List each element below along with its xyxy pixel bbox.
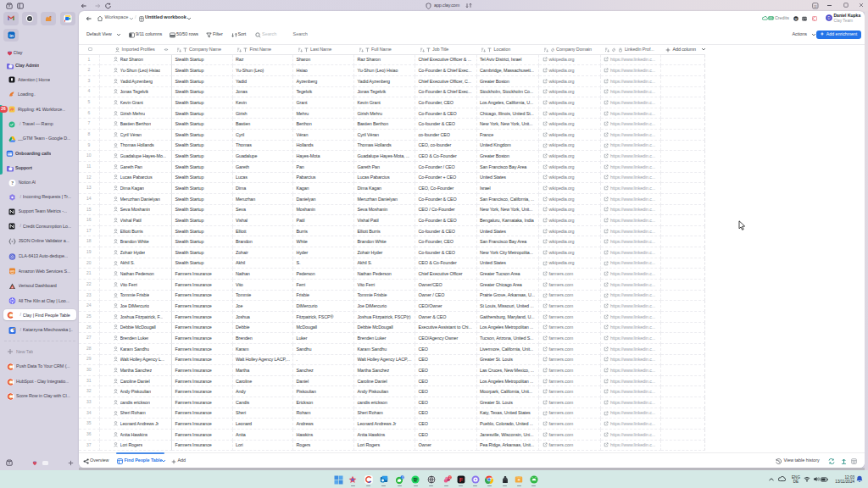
svg-text:M: M — [794, 17, 797, 20]
svg-text:2: 2 — [448, 475, 450, 479]
svg-text:3: 3 — [402, 475, 403, 479]
svg-text:aws: aws — [10, 269, 15, 273]
svg-text:in: in — [9, 32, 13, 37]
svg-text:?: ? — [11, 180, 14, 186]
svg-text:F: F — [459, 476, 463, 482]
svg-text:11: 11 — [814, 4, 817, 8]
